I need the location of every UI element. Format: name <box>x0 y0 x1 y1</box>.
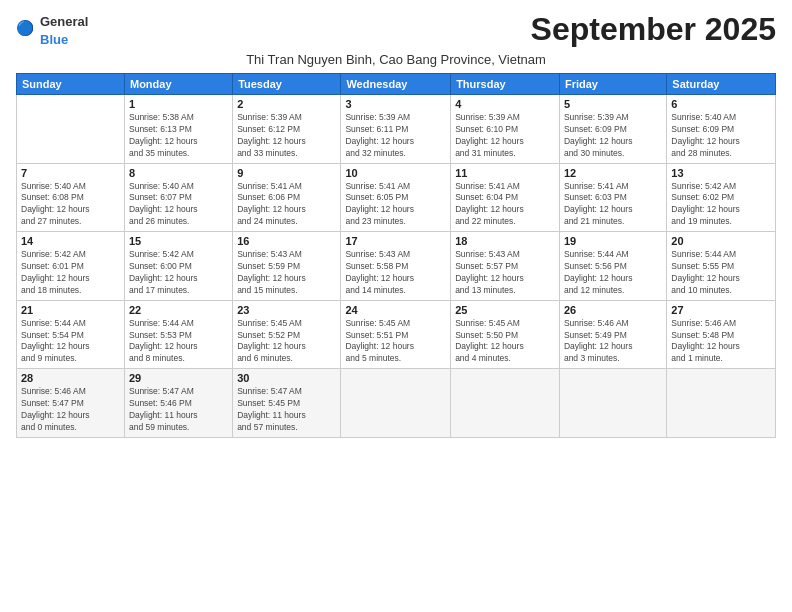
table-row <box>341 369 451 438</box>
table-row: 27Sunrise: 5:46 AM Sunset: 5:48 PM Dayli… <box>667 300 776 369</box>
logo-blue: Blue <box>40 30 88 48</box>
day-info: Sunrise: 5:39 AM Sunset: 6:11 PM Dayligh… <box>345 112 446 160</box>
calendar-table: Sunday Monday Tuesday Wednesday Thursday… <box>16 73 776 438</box>
day-info: Sunrise: 5:38 AM Sunset: 6:13 PM Dayligh… <box>129 112 228 160</box>
table-row: 9Sunrise: 5:41 AM Sunset: 6:06 PM Daylig… <box>233 163 341 232</box>
location-subtitle: Thi Tran Nguyen Binh, Cao Bang Province,… <box>16 52 776 67</box>
logo-text: General Blue <box>40 12 88 48</box>
day-number: 9 <box>237 167 336 179</box>
day-info: Sunrise: 5:46 AM Sunset: 5:47 PM Dayligh… <box>21 386 120 434</box>
day-info: Sunrise: 5:40 AM Sunset: 6:07 PM Dayligh… <box>129 181 228 229</box>
day-number: 12 <box>564 167 662 179</box>
day-info: Sunrise: 5:39 AM Sunset: 6:12 PM Dayligh… <box>237 112 336 160</box>
day-number: 16 <box>237 235 336 247</box>
table-row: 20Sunrise: 5:44 AM Sunset: 5:55 PM Dayli… <box>667 232 776 301</box>
day-info: Sunrise: 5:43 AM Sunset: 5:57 PM Dayligh… <box>455 249 555 297</box>
table-row: 29Sunrise: 5:47 AM Sunset: 5:46 PM Dayli… <box>124 369 232 438</box>
day-number: 17 <box>345 235 446 247</box>
col-monday: Monday <box>124 74 232 95</box>
col-saturday: Saturday <box>667 74 776 95</box>
table-row: 14Sunrise: 5:42 AM Sunset: 6:01 PM Dayli… <box>17 232 125 301</box>
day-number: 30 <box>237 372 336 384</box>
day-number: 4 <box>455 98 555 110</box>
calendar-week-row: 21Sunrise: 5:44 AM Sunset: 5:54 PM Dayli… <box>17 300 776 369</box>
day-info: Sunrise: 5:39 AM Sunset: 6:10 PM Dayligh… <box>455 112 555 160</box>
table-row: 26Sunrise: 5:46 AM Sunset: 5:49 PM Dayli… <box>559 300 666 369</box>
table-row: 17Sunrise: 5:43 AM Sunset: 5:58 PM Dayli… <box>341 232 451 301</box>
col-sunday: Sunday <box>17 74 125 95</box>
day-number: 22 <box>129 304 228 316</box>
calendar-week-row: 14Sunrise: 5:42 AM Sunset: 6:01 PM Dayli… <box>17 232 776 301</box>
day-info: Sunrise: 5:41 AM Sunset: 6:06 PM Dayligh… <box>237 181 336 229</box>
table-row: 11Sunrise: 5:41 AM Sunset: 6:04 PM Dayli… <box>451 163 560 232</box>
table-row: 7Sunrise: 5:40 AM Sunset: 6:08 PM Daylig… <box>17 163 125 232</box>
logo-icon: 🔵 <box>16 18 36 42</box>
col-tuesday: Tuesday <box>233 74 341 95</box>
table-row: 18Sunrise: 5:43 AM Sunset: 5:57 PM Dayli… <box>451 232 560 301</box>
table-row: 30Sunrise: 5:47 AM Sunset: 5:45 PM Dayli… <box>233 369 341 438</box>
table-row <box>667 369 776 438</box>
day-number: 25 <box>455 304 555 316</box>
day-number: 20 <box>671 235 771 247</box>
day-number: 11 <box>455 167 555 179</box>
svg-text:🔵: 🔵 <box>16 19 35 37</box>
calendar-week-row: 28Sunrise: 5:46 AM Sunset: 5:47 PM Dayli… <box>17 369 776 438</box>
table-row: 3Sunrise: 5:39 AM Sunset: 6:11 PM Daylig… <box>341 95 451 164</box>
day-info: Sunrise: 5:41 AM Sunset: 6:03 PM Dayligh… <box>564 181 662 229</box>
day-info: Sunrise: 5:42 AM Sunset: 6:02 PM Dayligh… <box>671 181 771 229</box>
day-info: Sunrise: 5:46 AM Sunset: 5:49 PM Dayligh… <box>564 318 662 366</box>
table-row: 19Sunrise: 5:44 AM Sunset: 5:56 PM Dayli… <box>559 232 666 301</box>
table-row: 16Sunrise: 5:43 AM Sunset: 5:59 PM Dayli… <box>233 232 341 301</box>
col-thursday: Thursday <box>451 74 560 95</box>
day-number: 21 <box>21 304 120 316</box>
day-number: 3 <box>345 98 446 110</box>
table-row: 4Sunrise: 5:39 AM Sunset: 6:10 PM Daylig… <box>451 95 560 164</box>
day-info: Sunrise: 5:41 AM Sunset: 6:04 PM Dayligh… <box>455 181 555 229</box>
col-wednesday: Wednesday <box>341 74 451 95</box>
table-row: 8Sunrise: 5:40 AM Sunset: 6:07 PM Daylig… <box>124 163 232 232</box>
day-info: Sunrise: 5:44 AM Sunset: 5:54 PM Dayligh… <box>21 318 120 366</box>
day-info: Sunrise: 5:45 AM Sunset: 5:51 PM Dayligh… <box>345 318 446 366</box>
day-number: 26 <box>564 304 662 316</box>
table-row: 5Sunrise: 5:39 AM Sunset: 6:09 PM Daylig… <box>559 95 666 164</box>
day-number: 18 <box>455 235 555 247</box>
day-info: Sunrise: 5:44 AM Sunset: 5:56 PM Dayligh… <box>564 249 662 297</box>
logo: 🔵 General Blue <box>16 12 88 48</box>
table-row: 12Sunrise: 5:41 AM Sunset: 6:03 PM Dayli… <box>559 163 666 232</box>
title-block: September 2025 <box>531 12 776 47</box>
day-number: 14 <box>21 235 120 247</box>
table-row: 28Sunrise: 5:46 AM Sunset: 5:47 PM Dayli… <box>17 369 125 438</box>
calendar-week-row: 1Sunrise: 5:38 AM Sunset: 6:13 PM Daylig… <box>17 95 776 164</box>
table-row: 6Sunrise: 5:40 AM Sunset: 6:09 PM Daylig… <box>667 95 776 164</box>
day-info: Sunrise: 5:44 AM Sunset: 5:53 PM Dayligh… <box>129 318 228 366</box>
logo-general: General <box>40 12 88 30</box>
day-number: 15 <box>129 235 228 247</box>
day-number: 19 <box>564 235 662 247</box>
table-row: 13Sunrise: 5:42 AM Sunset: 6:02 PM Dayli… <box>667 163 776 232</box>
day-info: Sunrise: 5:40 AM Sunset: 6:08 PM Dayligh… <box>21 181 120 229</box>
day-number: 27 <box>671 304 771 316</box>
table-row: 10Sunrise: 5:41 AM Sunset: 6:05 PM Dayli… <box>341 163 451 232</box>
day-number: 5 <box>564 98 662 110</box>
day-number: 6 <box>671 98 771 110</box>
day-info: Sunrise: 5:47 AM Sunset: 5:45 PM Dayligh… <box>237 386 336 434</box>
table-row <box>17 95 125 164</box>
table-row: 25Sunrise: 5:45 AM Sunset: 5:50 PM Dayli… <box>451 300 560 369</box>
table-row <box>559 369 666 438</box>
day-number: 24 <box>345 304 446 316</box>
month-title: September 2025 <box>531 12 776 47</box>
page: 🔵 General Blue September 2025 Thi Tran N… <box>0 0 792 612</box>
day-info: Sunrise: 5:42 AM Sunset: 6:00 PM Dayligh… <box>129 249 228 297</box>
day-info: Sunrise: 5:39 AM Sunset: 6:09 PM Dayligh… <box>564 112 662 160</box>
day-info: Sunrise: 5:47 AM Sunset: 5:46 PM Dayligh… <box>129 386 228 434</box>
calendar-header-row: Sunday Monday Tuesday Wednesday Thursday… <box>17 74 776 95</box>
day-number: 2 <box>237 98 336 110</box>
day-info: Sunrise: 5:42 AM Sunset: 6:01 PM Dayligh… <box>21 249 120 297</box>
day-info: Sunrise: 5:45 AM Sunset: 5:50 PM Dayligh… <box>455 318 555 366</box>
day-info: Sunrise: 5:43 AM Sunset: 5:59 PM Dayligh… <box>237 249 336 297</box>
day-number: 7 <box>21 167 120 179</box>
day-number: 8 <box>129 167 228 179</box>
day-info: Sunrise: 5:40 AM Sunset: 6:09 PM Dayligh… <box>671 112 771 160</box>
day-info: Sunrise: 5:44 AM Sunset: 5:55 PM Dayligh… <box>671 249 771 297</box>
day-info: Sunrise: 5:41 AM Sunset: 6:05 PM Dayligh… <box>345 181 446 229</box>
